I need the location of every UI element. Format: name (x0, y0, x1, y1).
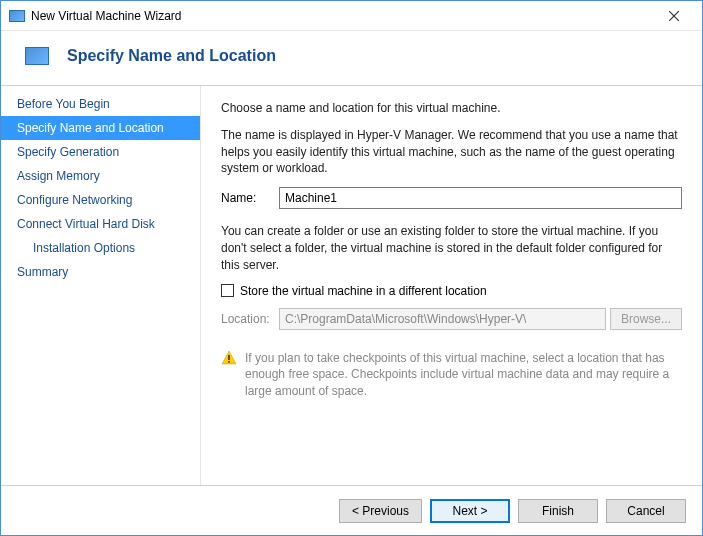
warning-row: If you plan to take checkpoints of this … (221, 350, 682, 400)
step-specify-generation[interactable]: Specify Generation (1, 140, 200, 164)
step-specify-name-location[interactable]: Specify Name and Location (1, 116, 200, 140)
main-panel: Choose a name and location for this virt… (201, 86, 702, 485)
finish-button[interactable]: Finish (518, 499, 598, 523)
step-installation-options[interactable]: Installation Options (1, 236, 200, 260)
step-summary[interactable]: Summary (1, 260, 200, 284)
description-text: The name is displayed in Hyper-V Manager… (221, 127, 682, 177)
name-label: Name: (221, 191, 275, 205)
folder-description: You can create a folder or use an existi… (221, 223, 682, 273)
location-input (279, 308, 606, 330)
close-icon (669, 11, 679, 21)
warning-icon (221, 350, 237, 366)
step-before-you-begin[interactable]: Before You Begin (1, 92, 200, 116)
step-assign-memory[interactable]: Assign Memory (1, 164, 200, 188)
step-connect-vhd[interactable]: Connect Virtual Hard Disk (1, 212, 200, 236)
vm-icon (25, 47, 49, 65)
location-row: Location: Browse... (221, 308, 682, 330)
content-area: Before You Begin Specify Name and Locati… (1, 85, 702, 485)
name-input[interactable] (279, 187, 682, 209)
cancel-button[interactable]: Cancel (606, 499, 686, 523)
previous-button[interactable]: < Previous (339, 499, 422, 523)
step-configure-networking[interactable]: Configure Networking (1, 188, 200, 212)
intro-text: Choose a name and location for this virt… (221, 100, 682, 117)
wizard-window: New Virtual Machine Wizard Specify Name … (0, 0, 703, 536)
page-title: Specify Name and Location (67, 47, 276, 65)
checkbox-label: Store the virtual machine in a different… (240, 284, 487, 298)
svg-rect-3 (228, 361, 230, 363)
svg-rect-2 (228, 355, 230, 360)
location-label: Location: (221, 312, 275, 326)
window-title: New Virtual Machine Wizard (31, 9, 654, 23)
store-different-location-checkbox[interactable] (221, 284, 234, 297)
titlebar: New Virtual Machine Wizard (1, 1, 702, 31)
button-bar: < Previous Next > Finish Cancel (1, 485, 702, 535)
browse-button: Browse... (610, 308, 682, 330)
name-row: Name: (221, 187, 682, 209)
next-button[interactable]: Next > (430, 499, 510, 523)
wizard-steps-sidebar: Before You Begin Specify Name and Locati… (1, 86, 201, 485)
app-icon (9, 10, 25, 22)
warning-text: If you plan to take checkpoints of this … (245, 350, 682, 400)
wizard-header: Specify Name and Location (1, 31, 702, 85)
location-checkbox-row[interactable]: Store the virtual machine in a different… (221, 284, 682, 298)
close-button[interactable] (654, 2, 694, 30)
